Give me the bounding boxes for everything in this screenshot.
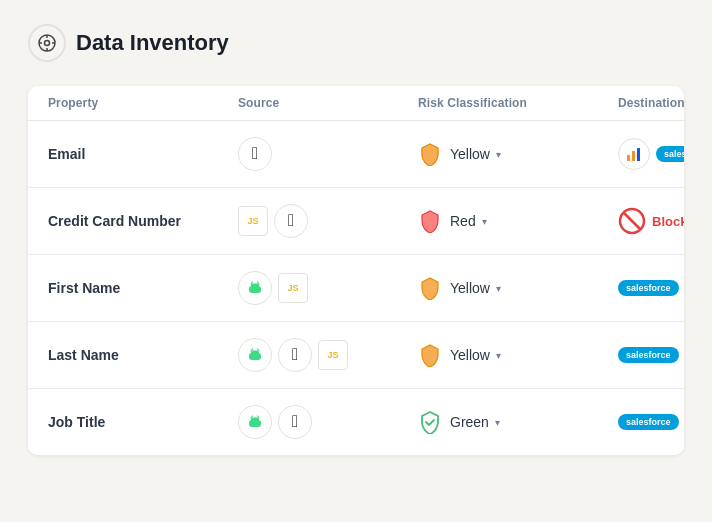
col-header-risk: Risk Classification (418, 96, 618, 110)
salesforce-dest-icon: salesforce (618, 347, 679, 363)
apple-logo:  (252, 144, 258, 164)
svg-line-14 (624, 213, 640, 229)
destinations-cc: Blocked (618, 207, 684, 235)
data-table: Property Source Risk Classification Dest… (28, 86, 684, 455)
bar-chart-icon (625, 145, 643, 163)
destinations-firstname: salesforce (618, 272, 684, 304)
android-logo (246, 413, 264, 431)
svg-point-1 (45, 41, 50, 46)
chevron-down-icon: ▾ (496, 283, 501, 294)
property-name-email: Email (48, 146, 238, 162)
risk-label-jobtitle: Green (450, 414, 489, 430)
blocked-text: Blocked (652, 214, 684, 229)
source-icons-lastname:  JS (238, 338, 418, 372)
js-source-icon: JS (318, 340, 348, 370)
apple-logo:  (292, 345, 298, 365)
apple-source-icon:  (274, 204, 308, 238)
svg-rect-8 (637, 148, 640, 161)
risk-badge-firstname[interactable]: Yellow ▾ (450, 280, 501, 296)
salesforce-dest-icon: salesforce (618, 280, 679, 296)
risk-classification-cc: Red ▾ (418, 209, 618, 233)
table-row: First Name JS (28, 255, 684, 322)
risk-badge-cc[interactable]: Red ▾ (450, 213, 487, 229)
blocked-badge: Blocked (618, 207, 684, 235)
risk-badge-email[interactable]: Yellow ▾ (450, 146, 501, 162)
property-name-jobtitle: Job Title (48, 414, 238, 430)
table-row: Email  Yellow ▾ (28, 121, 684, 188)
android-source-icon (238, 338, 272, 372)
risk-label-cc: Red (450, 213, 476, 229)
compass-icon (37, 33, 57, 53)
risk-label-firstname: Yellow (450, 280, 490, 296)
svg-rect-6 (627, 155, 630, 161)
destinations-email: salesforce (618, 138, 684, 170)
svg-rect-18 (251, 284, 259, 288)
shield-yellow-icon (418, 142, 442, 166)
header-icon-circle (28, 24, 66, 62)
apple-source-icon:  (238, 137, 272, 171)
apple-logo:  (288, 211, 294, 231)
shield-yellow-icon (418, 343, 442, 367)
page-container: Data Inventory Property Source Risk Clas… (0, 0, 712, 475)
source-icons-firstname: JS (238, 271, 418, 305)
page-header: Data Inventory (28, 24, 684, 62)
table-row: Credit Card Number JS  Red ▾ (28, 188, 684, 255)
apple-source-icon:  (278, 405, 312, 439)
destinations-lastname: salesforce (618, 339, 684, 371)
android-logo (246, 279, 264, 297)
source-icons-cc: JS  (238, 204, 418, 238)
risk-classification-lastname: Yellow ▾ (418, 343, 618, 367)
risk-classification-email: Yellow ▾ (418, 142, 618, 166)
col-header-destinations: Destinations (618, 96, 684, 110)
android-logo (246, 346, 264, 364)
table-row: Last Name  JS (28, 322, 684, 389)
risk-badge-lastname[interactable]: Yellow ▾ (450, 347, 501, 363)
risk-label-email: Yellow (450, 146, 490, 162)
bar-chart-dest-icon (618, 138, 650, 170)
col-header-source: Source (238, 96, 418, 110)
table-header: Property Source Risk Classification Dest… (28, 86, 684, 121)
chevron-down-icon: ▾ (496, 350, 501, 361)
source-icons-email:  (238, 137, 418, 171)
svg-rect-28 (251, 351, 259, 355)
apple-logo:  (292, 412, 298, 432)
svg-rect-38 (251, 418, 259, 422)
blocked-icon (618, 207, 646, 235)
chevron-down-icon: ▾ (482, 216, 487, 227)
shield-green-icon (418, 410, 442, 434)
property-name-lastname: Last Name (48, 347, 238, 363)
salesforce-dest-icon: salesforce (656, 146, 684, 162)
source-icons-jobtitle:  (238, 405, 418, 439)
page-title: Data Inventory (76, 30, 229, 56)
risk-badge-jobtitle[interactable]: Green ▾ (450, 414, 500, 430)
col-header-property: Property (48, 96, 238, 110)
destinations-jobtitle: salesforce (618, 406, 684, 438)
chevron-down-icon: ▾ (496, 149, 501, 160)
android-source-icon (238, 405, 272, 439)
android-source-icon (238, 271, 272, 305)
risk-classification-jobtitle: Green ▾ (418, 410, 618, 434)
property-name-cc: Credit Card Number (48, 213, 238, 229)
property-name-firstname: First Name (48, 280, 238, 296)
salesforce-dest-icon: salesforce (618, 414, 679, 430)
js-source-icon: JS (278, 273, 308, 303)
shield-yellow-icon (418, 276, 442, 300)
table-row: Job Title  (28, 389, 684, 455)
chevron-down-icon: ▾ (495, 417, 500, 428)
shield-red-icon (418, 209, 442, 233)
svg-rect-7 (632, 151, 635, 161)
risk-classification-firstname: Yellow ▾ (418, 276, 618, 300)
risk-label-lastname: Yellow (450, 347, 490, 363)
js-source-icon: JS (238, 206, 268, 236)
apple-source-icon:  (278, 338, 312, 372)
